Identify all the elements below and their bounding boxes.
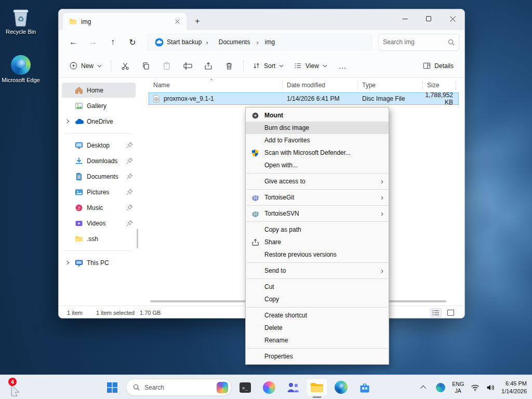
menu-item-share[interactable]: Share — [246, 236, 389, 248]
new-button[interactable]: New — [65, 57, 107, 75]
desktop-icon-recycle-bin[interactable]: ♻ Recycle Bin — [1, 6, 41, 36]
maximize-button[interactable] — [417, 9, 441, 28]
menu-item-tortoisegit[interactable]: TortoiseGit › — [246, 191, 389, 204]
minimize-button[interactable] — [393, 9, 417, 28]
language-indicator[interactable]: ENG JA — [452, 381, 464, 394]
column-header-date-modified[interactable]: Date modified — [283, 81, 358, 90]
column-header-type[interactable]: Type — [358, 81, 423, 90]
sidebar-item-downloads[interactable]: Downloads — [62, 153, 136, 168]
breadcrumb-backup-label: Start backup — [167, 38, 202, 46]
breadcrumb-documents[interactable]: Documents — [215, 37, 255, 47]
delete-button[interactable] — [219, 57, 239, 75]
forward-button[interactable]: → — [84, 33, 102, 51]
more-options-button[interactable]: … — [333, 57, 353, 75]
sidebar-item-ssh[interactable]: .ssh — [62, 231, 136, 246]
tray-app-icon[interactable] — [436, 383, 445, 392]
back-button[interactable]: ← — [64, 33, 83, 51]
sidebar-scrollbar[interactable] — [137, 229, 138, 248]
start-button[interactable] — [102, 379, 123, 396]
tab-close-button[interactable] — [172, 17, 182, 27]
clock[interactable]: 6:45 PM 1/14/2026 — [501, 380, 527, 395]
menu-item-add-to-favorites[interactable]: Add to Favorites — [246, 134, 389, 147]
file-explorer-app-button[interactable] — [307, 379, 327, 396]
volume-icon[interactable] — [486, 384, 495, 391]
chevron-right-icon: › — [255, 38, 259, 46]
sidebar-item-pictures[interactable]: Pictures — [62, 184, 136, 200]
tray-expand-button[interactable] — [419, 382, 429, 393]
onedrive-backup-button[interactable]: Start backup › — [151, 36, 214, 48]
copy-button[interactable] — [136, 57, 156, 75]
menu-item-copy-as-path[interactable]: Copy as path — [246, 223, 389, 236]
store-app-button[interactable] — [354, 379, 375, 396]
menu-item-delete[interactable]: Delete — [246, 322, 389, 334]
menu-item-send-to[interactable]: Send to › — [246, 264, 389, 277]
close-button[interactable] — [441, 9, 464, 28]
expand-chevron-icon[interactable] — [64, 260, 71, 265]
sidebar-item-this-pc[interactable]: This PC — [62, 255, 136, 270]
sidebar-item-desktop[interactable]: Desktop — [62, 138, 136, 153]
edge-icon — [335, 381, 348, 394]
sidebar-item-music[interactable]: ♪ Music — [62, 200, 136, 215]
file-type: Disc Image File — [358, 95, 423, 102]
share-icon — [250, 238, 260, 246]
details-view-toggle[interactable] — [430, 308, 442, 317]
menu-item-open-with[interactable]: Open with... — [246, 159, 389, 171]
sidebar-item-gallery[interactable]: Gallery — [62, 98, 136, 113]
large-icons-view-toggle[interactable] — [445, 308, 456, 317]
folder-icon — [69, 18, 77, 25]
menu-item-cut[interactable]: Cut — [246, 281, 389, 293]
trash-icon — [225, 62, 233, 70]
menu-item-burn-disc-image[interactable]: Burn disc image — [246, 122, 389, 134]
taskbar-search-input[interactable]: Search — [126, 379, 232, 396]
teams-app-button[interactable] — [283, 379, 303, 396]
rename-button[interactable] — [178, 57, 197, 75]
new-tab-button[interactable]: + — [190, 14, 205, 29]
address-bar[interactable]: Start backup › Documents › img — [147, 34, 372, 51]
wifi-icon[interactable] — [471, 384, 480, 391]
search-input[interactable]: Search img — [378, 34, 459, 51]
menu-item-rename[interactable]: Rename — [246, 334, 389, 347]
menu-item-give-access-to[interactable]: Give access to › — [246, 175, 389, 188]
menu-item-tortoisesvn[interactable]: TortoiseSVN › — [246, 207, 389, 220]
sidebar-item-videos[interactable]: Videos — [62, 216, 136, 231]
navigation-bar: ← → ↑ ↻ Start backup › Documents › img S… — [59, 30, 464, 54]
videos-icon — [74, 219, 84, 228]
edge-app-button[interactable] — [330, 379, 351, 396]
menu-item-mount[interactable]: Mount — [246, 109, 389, 122]
pin-icon — [126, 142, 133, 149]
view-icon — [294, 62, 302, 70]
cut-button[interactable] — [115, 57, 135, 75]
taskbar-corner-app[interactable]: 4 — [7, 378, 26, 397]
desktop-icon-edge[interactable]: Microsoft Edge — [1, 55, 41, 84]
pin-icon — [126, 189, 133, 195]
sidebar-item-onedrive[interactable]: OneDrive — [62, 114, 136, 129]
sidebar-item-home[interactable]: Home — [62, 83, 136, 98]
up-button[interactable]: ↑ — [103, 33, 122, 51]
file-row-selected[interactable]: proxmox-ve_9.1-1 1/14/2026 6:41 PM Disc … — [149, 92, 459, 105]
sidebar-item-documents[interactable]: Documents — [62, 169, 136, 184]
explorer-tab[interactable]: img — [63, 13, 187, 30]
refresh-button[interactable]: ↻ — [123, 33, 142, 51]
menu-item-copy[interactable]: Copy — [246, 293, 389, 305]
expand-chevron-icon[interactable] — [64, 119, 71, 124]
breadcrumb-img[interactable]: img — [261, 37, 279, 47]
copilot-app-button[interactable] — [259, 379, 280, 396]
column-header-size[interactable]: Size — [423, 81, 456, 90]
menu-item-restore-previous-versions[interactable]: Restore previous versions — [246, 248, 389, 261]
pictures-icon — [74, 188, 84, 197]
menu-separator — [246, 173, 388, 174]
documents-icon — [74, 172, 84, 181]
column-header-name[interactable]: ^ Name — [149, 81, 283, 90]
share-button[interactable] — [198, 57, 218, 75]
paste-button[interactable] — [157, 57, 177, 75]
terminal-app-button[interactable]: >_ — [235, 379, 256, 396]
file-explorer-icon — [310, 382, 324, 393]
details-icon — [423, 62, 431, 70]
menu-item-scan-with-defender[interactable]: Scan with Microsoft Defender... — [246, 147, 389, 159]
edge-icon — [10, 55, 31, 75]
menu-item-properties[interactable]: Properties — [246, 350, 389, 363]
view-button[interactable]: View — [289, 57, 332, 75]
details-pane-button[interactable]: Details — [418, 57, 458, 75]
menu-item-create-shortcut[interactable]: Create shortcut — [246, 309, 389, 322]
sort-button[interactable]: Sort — [248, 57, 288, 75]
